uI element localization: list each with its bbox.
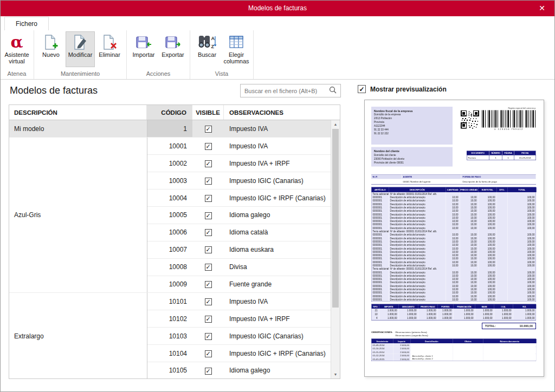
doc-value-cell: 1 bbox=[502, 155, 514, 160]
importar-button[interactable]: Importar bbox=[130, 32, 158, 67]
company-line: Provincia bbox=[374, 120, 450, 124]
header-codigo[interactable]: CÓDIGO bbox=[147, 105, 192, 120]
visible-cell: ✓ bbox=[192, 172, 224, 190]
visible-checkbox[interactable]: ✓ bbox=[205, 143, 212, 150]
venc-footer: Atención/hp. cliente 1Atención/hp. clien… bbox=[412, 355, 433, 361]
obs-lines: Observaciones (primera línea)Observacion… bbox=[395, 331, 428, 339]
client-line: 23000 Población del cliente bbox=[374, 157, 450, 161]
asistente-virtual-button[interactable]: α Asistente virtual bbox=[3, 32, 31, 67]
header-observaciones[interactable]: OBSERVACIONES bbox=[224, 105, 340, 120]
new-document-icon bbox=[42, 34, 60, 51]
observaciones-cell: Divisa bbox=[224, 258, 331, 276]
items-header-cell: CANTIDAD bbox=[446, 187, 460, 192]
group-label-mantenimiento: Mantenimiento bbox=[37, 69, 124, 79]
codigo-cell: 10007 bbox=[147, 241, 192, 258]
visible-checkbox[interactable]: ✓ bbox=[205, 229, 212, 236]
qr-code bbox=[461, 110, 479, 130]
visible-checkbox[interactable]: ✓ bbox=[205, 195, 212, 202]
visible-checkbox[interactable]: ✓ bbox=[205, 178, 212, 185]
binoculars-sort-icon: A Z bbox=[198, 34, 216, 51]
table-row[interactable]: Extralargo10101✓Impuesto IVA bbox=[9, 293, 331, 310]
codigo-cell: 1 bbox=[147, 120, 192, 138]
totals-header-cell: IMPORTE bbox=[379, 304, 399, 309]
visible-cell: ✓ bbox=[192, 138, 224, 155]
search-icon[interactable] bbox=[329, 86, 337, 96]
invoice-totals-row: 211.000,001.000,001.000,001.000,001.000,… bbox=[372, 309, 536, 312]
observaciones-cell: Fuente grande bbox=[224, 276, 331, 293]
group-label-acciones: Acciones bbox=[130, 69, 187, 79]
items-header-cell: TOTAL bbox=[508, 187, 537, 192]
visible-cell: ✓ bbox=[192, 362, 224, 378]
ribbon-group-acciones: Importar Exportar Acciones bbox=[127, 30, 190, 79]
scrollbar-thumb[interactable] bbox=[332, 129, 339, 308]
scroll-up-button[interactable]: ▲ bbox=[331, 120, 340, 128]
total-value: 10.000,00 bbox=[520, 324, 533, 328]
scroll-down-button[interactable]: ▼ bbox=[331, 370, 340, 378]
nuevo-button[interactable]: Nuevo bbox=[37, 32, 65, 67]
header-visible[interactable]: VISIBLE bbox=[192, 105, 224, 120]
totals-header-cell: I.V.A. bbox=[494, 304, 513, 309]
codigo-cell: 10005 bbox=[147, 206, 192, 224]
buscar-button[interactable]: A Z Buscar bbox=[193, 32, 221, 67]
company-line: 91 22 22 222 bbox=[374, 132, 450, 135]
show-preview-checkbox[interactable]: ✓ Mostrar previsualización bbox=[358, 85, 447, 93]
invoice-totals-table: TIPOIMPORTEDESCUENTOPRONTO PAGOPORTESFIN… bbox=[371, 304, 536, 321]
codigo-cell: 10101 bbox=[147, 293, 192, 310]
visible-checkbox[interactable]: ✓ bbox=[205, 298, 212, 305]
close-icon[interactable]: ✕ bbox=[533, 0, 551, 16]
vertical-scrollbar[interactable]: ▲ ▼ bbox=[331, 120, 340, 378]
items-header-cell: DESCRIPCIÓN bbox=[389, 187, 446, 192]
due-date-row: 01-01-20152.000,00 bbox=[372, 357, 536, 361]
exportar-label: Exportar bbox=[162, 51, 184, 58]
header-descripcion[interactable]: DESCRIPCIÓN bbox=[9, 105, 147, 120]
table-row[interactable]: Mi modelo1✓Impuesto IVA bbox=[9, 120, 331, 138]
delete-document-icon bbox=[100, 34, 119, 51]
modificar-button[interactable]: Modificar bbox=[66, 32, 94, 67]
codigo-cell: 10103 bbox=[147, 328, 192, 345]
items-header-cell: PRECIO UNIDAD bbox=[460, 187, 479, 192]
visible-checkbox[interactable]: ✓ bbox=[205, 281, 212, 288]
import-disk-icon bbox=[134, 34, 153, 51]
due-dates-table: VencimientoImporteDomiciliaciónOficinaNú… bbox=[371, 339, 536, 362]
observaciones-cell: Idioma galego bbox=[224, 362, 331, 378]
search-input[interactable] bbox=[244, 88, 326, 94]
visible-checkbox[interactable]: ✓ bbox=[205, 264, 212, 271]
items-header-cell: SUBTOTAL bbox=[479, 187, 497, 192]
doc-value-cell: Factura bbox=[467, 155, 489, 160]
elegir-columnas-button[interactable]: Elegir columnas bbox=[222, 32, 250, 67]
alpha-icon: α bbox=[8, 34, 26, 51]
visible-checkbox[interactable]: ✓ bbox=[205, 126, 212, 133]
visible-checkbox[interactable]: ✓ bbox=[205, 350, 212, 357]
items-header-cell: DTO. bbox=[497, 187, 508, 192]
visible-checkbox[interactable]: ✓ bbox=[205, 246, 212, 253]
visible-cell: ✓ bbox=[192, 258, 224, 276]
observaciones-cell: Impuesto IVA bbox=[224, 138, 331, 155]
observaciones-cell: Impuesto IGIC (Canarias) bbox=[224, 328, 331, 345]
doc-value-cell: 1 bbox=[489, 155, 502, 160]
visible-checkbox[interactable]: ✓ bbox=[205, 368, 212, 375]
visible-cell: ✓ bbox=[192, 224, 224, 241]
visible-checkbox[interactable]: ✓ bbox=[205, 212, 212, 219]
description-cell: Azul-Gris bbox=[9, 138, 147, 293]
ribbon: α Asistente virtual Atenea Nuevo bbox=[0, 30, 555, 80]
codigo-cell: 10003 bbox=[147, 172, 192, 190]
group-label-atenea: Atenea bbox=[3, 69, 31, 79]
visible-checkbox[interactable]: ✓ bbox=[205, 160, 212, 167]
observaciones-cell: Impuesto IGIC + IRPF (Canarias) bbox=[224, 190, 331, 207]
totals-header-cell: FINANCIACIÓN bbox=[454, 304, 475, 309]
company-line: 2/013 Población bbox=[374, 116, 450, 120]
visible-cell: ✓ bbox=[192, 293, 224, 310]
visible-checkbox[interactable]: ✓ bbox=[205, 316, 212, 323]
table-row[interactable]: Azul-Gris10001✓Impuesto IVA bbox=[9, 138, 331, 155]
visible-checkbox[interactable]: ✓ bbox=[205, 333, 212, 340]
scrollbar-track[interactable] bbox=[331, 308, 340, 370]
eliminar-button[interactable]: Eliminar bbox=[95, 32, 124, 67]
totals-header-cell: DESCUENTO bbox=[399, 304, 418, 309]
obs-label: OBSERVACIONES: bbox=[371, 331, 393, 339]
tab-fichero[interactable]: Fichero bbox=[4, 17, 49, 30]
visible-cell: ✓ bbox=[192, 310, 224, 328]
nif-value-cell: 00001 Nombre del agente bbox=[402, 179, 461, 185]
ribbon-group-mantenimiento: Nuevo Modificar bbox=[34, 30, 127, 79]
exportar-button[interactable]: Exportar bbox=[159, 32, 187, 67]
invoice-totals-row: 41.000,001.000,001.000,001.000,001.000,0… bbox=[372, 316, 536, 320]
